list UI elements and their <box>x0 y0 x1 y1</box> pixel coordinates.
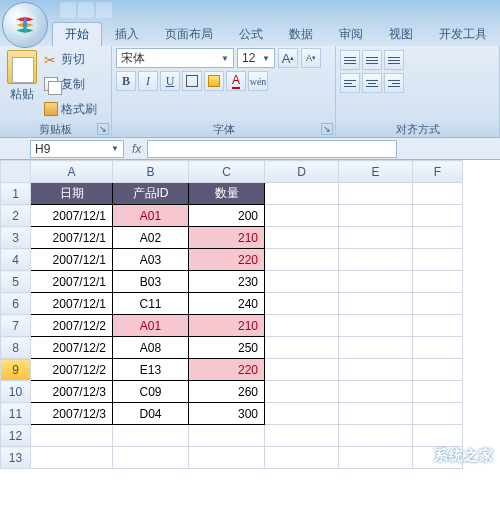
cell[interactable] <box>413 359 463 381</box>
row-header-11[interactable]: 11 <box>1 403 31 425</box>
tab-7[interactable]: 开发工具 <box>426 22 500 46</box>
shrink-font-button[interactable]: A▾ <box>301 48 321 68</box>
cell-date[interactable]: 2007/12/3 <box>31 381 113 403</box>
borders-button[interactable] <box>182 71 202 91</box>
cell[interactable] <box>265 249 339 271</box>
cell[interactable] <box>265 271 339 293</box>
cell[interactable] <box>265 337 339 359</box>
name-box[interactable]: H9▼ <box>30 140 124 158</box>
cell[interactable] <box>265 447 339 469</box>
cell[interactable] <box>265 381 339 403</box>
cell[interactable] <box>339 425 413 447</box>
row-header-1[interactable]: 1 <box>1 183 31 205</box>
cell-product[interactable]: A02 <box>113 227 189 249</box>
cell[interactable] <box>339 293 413 315</box>
cell[interactable] <box>189 425 265 447</box>
cell-qty[interactable]: 230 <box>189 271 265 293</box>
row-header-6[interactable]: 6 <box>1 293 31 315</box>
cell-product[interactable]: C09 <box>113 381 189 403</box>
cell-product[interactable]: A03 <box>113 249 189 271</box>
font-size-combo[interactable]: 12▼ <box>237 48 275 68</box>
col-header-E[interactable]: E <box>339 161 413 183</box>
cell-qty[interactable]: 210 <box>189 315 265 337</box>
underline-button[interactable]: U <box>160 71 180 91</box>
cell-date[interactable]: 2007/12/1 <box>31 227 113 249</box>
phonetic-guide-button[interactable]: wén <box>248 71 268 91</box>
cell[interactable] <box>413 425 463 447</box>
row-header-5[interactable]: 5 <box>1 271 31 293</box>
cell[interactable] <box>339 359 413 381</box>
cell-product[interactable]: D04 <box>113 403 189 425</box>
qat-save-icon[interactable] <box>60 2 76 18</box>
cut-button[interactable]: ✂剪切 <box>42 49 99 71</box>
align-right-button[interactable] <box>384 73 404 93</box>
cell[interactable] <box>339 447 413 469</box>
cell-qty[interactable]: 260 <box>189 381 265 403</box>
cell[interactable] <box>413 183 463 205</box>
tab-2[interactable]: 页面布局 <box>152 22 226 46</box>
row-header-4[interactable]: 4 <box>1 249 31 271</box>
copy-button[interactable]: 复制 <box>42 73 99 95</box>
align-left-button[interactable] <box>340 73 360 93</box>
tab-4[interactable]: 数据 <box>276 22 326 46</box>
cell[interactable] <box>265 227 339 249</box>
cell[interactable] <box>113 425 189 447</box>
clipboard-dialog-launcher[interactable]: ↘ <box>97 123 109 135</box>
cell-date[interactable]: 2007/12/1 <box>31 205 113 227</box>
cell[interactable] <box>339 183 413 205</box>
cell[interactable] <box>339 337 413 359</box>
tab-3[interactable]: 公式 <box>226 22 276 46</box>
col-header-C[interactable]: C <box>189 161 265 183</box>
cell[interactable] <box>413 293 463 315</box>
cell-date[interactable]: 2007/12/1 <box>31 271 113 293</box>
col-header-A[interactable]: A <box>31 161 113 183</box>
fill-color-button[interactable] <box>204 71 224 91</box>
cell[interactable] <box>413 271 463 293</box>
cell[interactable] <box>413 205 463 227</box>
cell[interactable] <box>31 447 113 469</box>
cell[interactable] <box>339 315 413 337</box>
office-button[interactable] <box>2 2 48 48</box>
cell-qty[interactable]: 220 <box>189 359 265 381</box>
cell-qty[interactable]: 240 <box>189 293 265 315</box>
cell[interactable] <box>413 227 463 249</box>
cell[interactable] <box>113 447 189 469</box>
align-center-button[interactable] <box>362 73 382 93</box>
col-header-F[interactable]: F <box>413 161 463 183</box>
cell-product[interactable]: A01 <box>113 315 189 337</box>
formula-input[interactable] <box>147 140 397 158</box>
font-name-combo[interactable]: 宋体▼ <box>116 48 234 68</box>
cell[interactable] <box>413 403 463 425</box>
cell-date[interactable]: 2007/12/3 <box>31 403 113 425</box>
bold-button[interactable]: B <box>116 71 136 91</box>
cell-product[interactable]: B03 <box>113 271 189 293</box>
qat-undo-icon[interactable] <box>78 2 94 18</box>
align-top-button[interactable] <box>340 50 360 70</box>
row-header-12[interactable]: 12 <box>1 425 31 447</box>
cell-qty[interactable]: 300 <box>189 403 265 425</box>
header-qty[interactable]: 数量 <box>189 183 265 205</box>
font-color-button[interactable]: A <box>226 71 246 91</box>
cell[interactable] <box>265 315 339 337</box>
cell-date[interactable]: 2007/12/1 <box>31 249 113 271</box>
cell[interactable] <box>265 359 339 381</box>
row-header-7[interactable]: 7 <box>1 315 31 337</box>
cell-qty[interactable]: 250 <box>189 337 265 359</box>
header-date[interactable]: 日期 <box>31 183 113 205</box>
cell-date[interactable]: 2007/12/1 <box>31 293 113 315</box>
cell[interactable] <box>265 205 339 227</box>
cell[interactable] <box>339 271 413 293</box>
cell[interactable] <box>413 381 463 403</box>
tab-1[interactable]: 插入 <box>102 22 152 46</box>
cell-qty[interactable]: 210 <box>189 227 265 249</box>
select-all-corner[interactable] <box>1 161 31 183</box>
cell-qty[interactable]: 220 <box>189 249 265 271</box>
row-header-3[interactable]: 3 <box>1 227 31 249</box>
align-middle-button[interactable] <box>362 50 382 70</box>
fx-icon[interactable]: fx <box>132 142 141 156</box>
row-header-9[interactable]: 9 <box>1 359 31 381</box>
col-header-D[interactable]: D <box>265 161 339 183</box>
cell-qty[interactable]: 200 <box>189 205 265 227</box>
cell[interactable] <box>339 205 413 227</box>
font-dialog-launcher[interactable]: ↘ <box>321 123 333 135</box>
